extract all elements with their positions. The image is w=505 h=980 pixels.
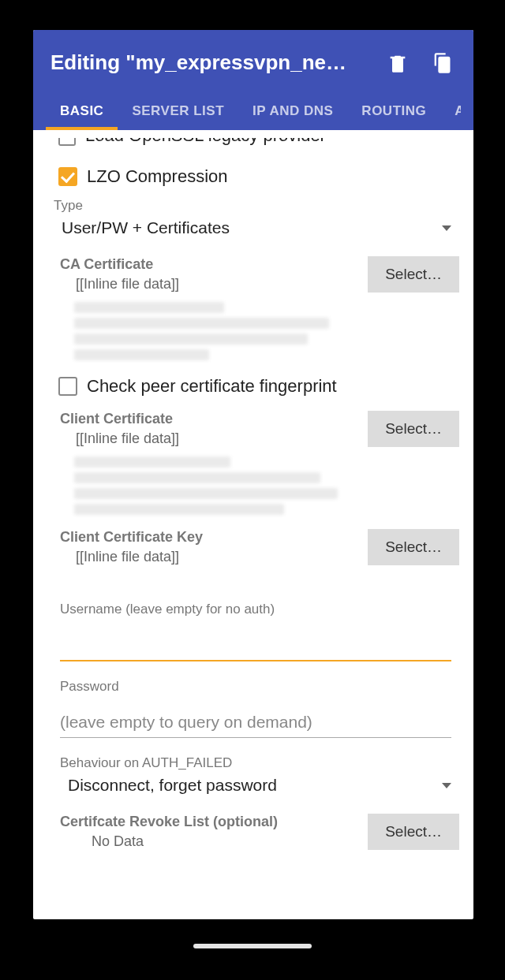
crl-select-button[interactable]: Select… xyxy=(368,814,459,850)
ca-cert-data-preview xyxy=(74,302,374,360)
auth-failed-dropdown[interactable]: Disconnect, forget password xyxy=(47,773,459,799)
lzo-row[interactable]: LZO Compression xyxy=(58,166,459,187)
legacy-provider-row[interactable]: Load OpenSSL legacy provider xyxy=(58,138,459,155)
client-cert-select-button[interactable]: Select… xyxy=(368,411,459,447)
delete-icon[interactable] xyxy=(387,52,409,74)
app-screen: Editing "my_expressvpn_nethe… BASIC SERV… xyxy=(33,30,473,919)
chevron-down-icon xyxy=(442,783,451,788)
chevron-down-icon xyxy=(442,225,451,231)
type-value: User/PW + Certificates xyxy=(62,218,230,237)
ca-cert-block: CA Certificate Select… [[Inline file dat… xyxy=(47,256,459,360)
content-area: Load OpenSSL legacy provider LZO Compres… xyxy=(33,130,473,901)
home-indicator[interactable] xyxy=(193,944,312,948)
client-cert-data-preview xyxy=(74,456,374,515)
tab-bar: BASIC SERVER LIST IP AND DNS ROUTING AUT… xyxy=(46,92,461,130)
password-label: Password xyxy=(60,679,459,695)
tab-basic[interactable]: BASIC xyxy=(46,92,118,130)
ca-cert-select-button[interactable]: Select… xyxy=(368,256,459,293)
legacy-provider-label: Load OpenSSL legacy provider xyxy=(85,138,326,146)
username-label: Username (leave empty for no auth) xyxy=(60,602,459,617)
client-key-select-button[interactable]: Select… xyxy=(368,529,459,565)
password-input[interactable] xyxy=(60,699,451,738)
crl-block: Certifcate Revoke List (optional) Select… xyxy=(47,814,459,850)
client-key-block: Client Certificate Key Select… [[Inline … xyxy=(47,529,459,565)
tab-ip-dns[interactable]: IP AND DNS xyxy=(238,92,347,130)
page-title: Editing "my_expressvpn_nethe… xyxy=(50,50,350,75)
tab-auth[interactable]: AUTH xyxy=(440,92,461,130)
username-input[interactable] xyxy=(60,622,451,661)
tab-server-list[interactable]: SERVER LIST xyxy=(118,92,238,130)
lzo-checkbox[interactable] xyxy=(58,167,77,186)
fingerprint-checkbox[interactable] xyxy=(58,377,77,396)
type-dropdown[interactable]: User/PW + Certificates xyxy=(47,215,459,242)
app-bar: Editing "my_expressvpn_nethe… BASIC SERV… xyxy=(33,30,473,130)
fingerprint-row[interactable]: Check peer certificate fingerprint xyxy=(58,376,459,397)
tab-routing[interactable]: ROUTING xyxy=(347,92,440,130)
client-cert-block: Client Certificate Select… [[Inline file… xyxy=(47,411,459,515)
copy-icon[interactable] xyxy=(431,52,453,74)
auth-failed-label: Behaviour on AUTH_FAILED xyxy=(60,755,459,771)
fingerprint-label: Check peer certificate fingerprint xyxy=(87,376,337,397)
lzo-label: LZO Compression xyxy=(87,166,228,187)
auth-failed-value: Disconnect, forget password xyxy=(68,776,277,795)
legacy-provider-checkbox[interactable] xyxy=(58,138,76,146)
type-label: Type xyxy=(54,198,459,214)
